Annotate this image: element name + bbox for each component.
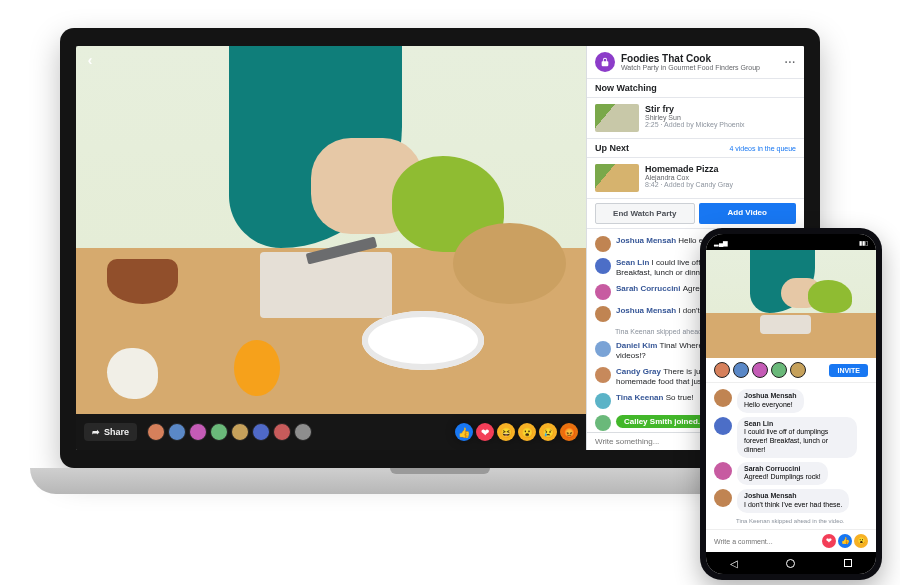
now-watching-item[interactable]: Stir fry Shirley Sun 2:25 · Added by Mic…: [587, 98, 804, 139]
viewer-avatar[interactable]: [752, 362, 768, 378]
video-thumbnail: [595, 104, 639, 132]
viewer-avatar[interactable]: [294, 423, 312, 441]
viewer-avatar[interactable]: [252, 423, 270, 441]
app-window: ‹ ➦ Share: [76, 46, 804, 450]
message-author[interactable]: Tina Keenan: [616, 393, 666, 402]
reaction-love-icon[interactable]: ❤: [476, 423, 494, 441]
avatar[interactable]: [595, 236, 611, 252]
video-author: Alejandra Cox: [645, 174, 733, 181]
viewer-avatar[interactable]: [189, 423, 207, 441]
message-bubble: Sarah CorrucciniAgreed! Dumplings rock!: [737, 462, 828, 486]
viewer-avatar[interactable]: [231, 423, 249, 441]
phone-video[interactable]: [706, 250, 876, 358]
phone-chat-thread[interactable]: Joshua MensahHello everyone!Sean LinI co…: [706, 383, 876, 529]
nav-home-icon[interactable]: [786, 559, 795, 568]
phone-status-bar: ▂▄▆ ▮▮▯: [706, 234, 876, 250]
video-pane: ‹ ➦ Share: [76, 46, 586, 450]
end-watch-party-button[interactable]: End Watch Party: [595, 203, 695, 224]
avatar[interactable]: [595, 367, 611, 383]
message-author[interactable]: Joshua Mensah: [616, 236, 678, 245]
group-subtitle: Watch Party in Gourmet Food Finders Grou…: [621, 64, 760, 71]
viewer-avatar[interactable]: [210, 423, 228, 441]
phone-reactions: ❤ 👍 😮: [822, 534, 868, 548]
video-title: Homemade Pizza: [645, 164, 733, 174]
scene-plate: [362, 311, 484, 370]
avatar[interactable]: [714, 489, 732, 507]
video-bottom-bar: ➦ Share 👍 ❤: [76, 414, 586, 450]
viewer-avatar[interactable]: [273, 423, 291, 441]
invite-button[interactable]: INVITE: [829, 364, 868, 377]
avatar[interactable]: [714, 417, 732, 435]
phone-composer[interactable]: ❤ 👍 😮: [706, 529, 876, 552]
reaction-like-icon[interactable]: 👍: [455, 423, 473, 441]
message-text: Agreed! Dumplings rock!: [744, 473, 821, 480]
viewer-avatar[interactable]: [733, 362, 749, 378]
video-author: Shirley Sun: [645, 114, 745, 121]
reaction-angry-icon[interactable]: 😡: [560, 423, 578, 441]
message-author[interactable]: Daniel Kim: [616, 341, 660, 350]
scene-garlic: [107, 348, 158, 400]
lock-icon: [595, 52, 615, 72]
group-header[interactable]: Foodies That Cook Watch Party in Gourmet…: [587, 46, 804, 79]
chat-message: Sarah CorrucciniAgreed! Dumplings rock!: [706, 460, 876, 488]
add-video-button[interactable]: Add Video: [699, 203, 797, 224]
scene-orange: [234, 340, 280, 395]
queue-count[interactable]: 4 videos in the queue: [729, 145, 796, 152]
avatar[interactable]: [714, 462, 732, 480]
share-icon: ➦: [92, 427, 100, 437]
viewer-avatar[interactable]: [790, 362, 806, 378]
reaction-wow-icon[interactable]: 😮: [518, 423, 536, 441]
message-text: I could live off of dumplings forever! B…: [744, 428, 828, 453]
back-button[interactable]: ‹: [82, 52, 98, 68]
android-nav-bar: ◁: [706, 552, 876, 574]
scene-board: [260, 252, 393, 318]
share-button[interactable]: ➦ Share: [84, 423, 137, 441]
avatar[interactable]: [595, 258, 611, 274]
group-name: Foodies That Cook: [621, 53, 760, 64]
viewer-avatar[interactable]: [714, 362, 730, 378]
viewer-avatar[interactable]: [168, 423, 186, 441]
action-buttons: End Watch Party Add Video: [587, 199, 804, 229]
up-next-item[interactable]: Homemade Pizza Alejandra Cox 8:42 · Adde…: [587, 158, 804, 199]
reaction-sad-icon[interactable]: 😢: [539, 423, 557, 441]
scene-bowl: [107, 259, 178, 303]
message-author[interactable]: Sean Lin: [744, 420, 850, 429]
now-watching-label: Now Watching: [587, 79, 804, 98]
avatar[interactable]: [595, 284, 611, 300]
avatar[interactable]: [595, 306, 611, 322]
phone-frame: ▂▄▆ ▮▮▯ INVITE Joshua MensahHello everyo…: [700, 228, 882, 580]
battery-icon: ▮▮▯: [859, 239, 868, 246]
message-bubble: Joshua MensahI don't think I've ever had…: [737, 489, 849, 513]
phone-comment-input[interactable]: [714, 538, 818, 545]
system-message: Tina Keenan skipped ahead in the video.: [706, 515, 876, 527]
message-author[interactable]: Sean Lin: [616, 258, 652, 267]
message-author[interactable]: Sarah Corruccini: [616, 284, 683, 293]
viewer-avatars[interactable]: [147, 423, 312, 441]
reaction-haha-icon[interactable]: 😆: [497, 423, 515, 441]
signal-icon: ▂▄▆: [714, 239, 728, 246]
reaction-wow-icon[interactable]: 😮: [854, 534, 868, 548]
overflow-menu-icon[interactable]: ···: [785, 57, 796, 68]
scene-basket: [453, 223, 565, 304]
message-bubble: Joshua MensahHello everyone!: [737, 389, 804, 413]
avatar: [595, 415, 611, 431]
message-author[interactable]: Candy Gray: [616, 367, 663, 376]
video-thumbnail: [595, 164, 639, 192]
reaction-love-icon[interactable]: ❤: [822, 534, 836, 548]
avatar[interactable]: [714, 389, 732, 407]
message-author[interactable]: Joshua Mensah: [744, 492, 842, 501]
nav-back-icon[interactable]: ◁: [730, 558, 738, 569]
avatar[interactable]: [595, 341, 611, 357]
up-next-header: Up Next 4 videos in the queue: [587, 139, 804, 158]
video-content[interactable]: [76, 46, 586, 414]
reaction-picker: 👍 ❤ 😆 😮 😢 😡: [455, 423, 578, 441]
message-author[interactable]: Joshua Mensah: [616, 306, 678, 315]
viewer-avatar[interactable]: [771, 362, 787, 378]
phone-watchers: INVITE: [706, 358, 876, 383]
nav-recents-icon[interactable]: [844, 559, 852, 567]
reaction-like-icon[interactable]: 👍: [838, 534, 852, 548]
message-author[interactable]: Sarah Corruccini: [744, 465, 821, 474]
viewer-avatar[interactable]: [147, 423, 165, 441]
message-author[interactable]: Joshua Mensah: [744, 392, 797, 401]
avatar[interactable]: [595, 393, 611, 409]
